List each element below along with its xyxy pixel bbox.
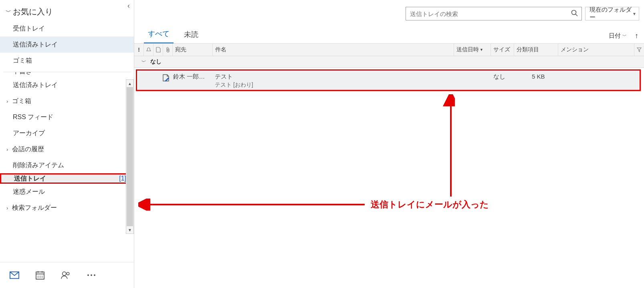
tab-unread[interactable]: 未読 [180, 28, 202, 43]
folder-search-folders[interactable]: › 検索フォルダー [0, 200, 134, 216]
col-subject[interactable]: 件名 [213, 44, 454, 56]
msg-to: 鈴木 一郎… [173, 73, 215, 81]
chevron-right-icon: › [6, 205, 12, 211]
search-box[interactable] [406, 7, 582, 20]
svg-line-14 [575, 14, 577, 16]
col-mention[interactable]: メンション [558, 44, 634, 56]
folder-rss[interactable]: RSS フィード [0, 109, 134, 125]
col-importance-icon[interactable]: ! [134, 44, 144, 56]
svg-point-12 [94, 274, 95, 276]
col-sent[interactable]: 送信日時▼ [454, 44, 491, 56]
draft-message-icon [162, 74, 170, 83]
svg-point-10 [87, 274, 89, 276]
folder-junk[interactable]: 迷惑メール [0, 184, 134, 200]
favorites-heading[interactable]: ﹀ お気に入り [0, 0, 134, 20]
chevron-down-icon: ﹀ [622, 33, 627, 39]
col-categories[interactable]: 分類項目 [514, 44, 558, 56]
folder-trash-fav[interactable]: ゴミ箱 [0, 53, 134, 69]
chevron-down-icon: ﹀ [6, 8, 11, 16]
folder-deleted-items[interactable]: 削除済みアイテム [0, 157, 134, 173]
group-row[interactable]: ﹀ なし [134, 56, 644, 68]
annotation-arrow-up [295, 94, 455, 205]
svg-point-8 [63, 272, 66, 276]
sort-by-button[interactable]: 日付 ﹀ [609, 32, 627, 40]
message-row[interactable]: 鈴木 一郎… テスト テスト [おわり] なし 5 KB [136, 69, 641, 91]
col-reminder-icon[interactable] [144, 44, 153, 56]
column-header: ! 宛先 件名 送信日時▼ サイズ 分類項目 メンション [134, 43, 644, 56]
mail-icon[interactable] [10, 270, 19, 280]
scroll-down-icon[interactable]: ▼ [126, 226, 133, 233]
svg-point-11 [91, 274, 92, 276]
more-icon[interactable] [87, 270, 96, 280]
calendar-icon[interactable] [35, 270, 45, 280]
sidebar-scrollbar[interactable]: ▲ ▼ [126, 79, 134, 234]
folder-conversation-history[interactable]: › 会話の履歴 [0, 141, 134, 157]
folder-drafts[interactable]: 下書き [0, 72, 134, 77]
msg-size: 5 KB [532, 73, 561, 80]
col-filter-icon[interactable] [634, 44, 644, 56]
folder-archive[interactable]: アーカイブ [0, 125, 134, 141]
folder-sent-items[interactable]: 送信済みトレイ [0, 77, 134, 93]
chevron-down-icon: ﹀ [141, 59, 146, 65]
scroll-thumb[interactable] [127, 87, 133, 226]
annotation-arrow-left [138, 199, 371, 211]
col-size[interactable]: サイズ [491, 44, 514, 56]
annotation-text: 送信トレイにメールが入った [371, 199, 489, 211]
folder-sent-items-fav[interactable]: 送信済みトレイ [0, 37, 134, 53]
chevron-right-icon: › [6, 98, 12, 104]
msg-subject: テスト [215, 73, 493, 81]
svg-point-9 [67, 272, 69, 275]
favorites-label: お気に入り [13, 6, 53, 17]
sort-direction-icon[interactable]: ↑ [635, 32, 638, 40]
tab-all[interactable]: すべて [144, 27, 174, 43]
people-icon[interactable] [61, 270, 71, 280]
col-attachment-icon[interactable] [163, 44, 173, 56]
main-pane: 現在のフォルダー ▼ すべて 未読 日付 ﹀ ↑ ! [134, 0, 644, 288]
sidebar: ‹ ﹀ お気に入り 受信トレイ 送信済みトレイ ゴミ箱 下書き 送信済みトレイ [0, 0, 134, 288]
nav-switcher [0, 262, 134, 288]
col-item-icon[interactable] [153, 44, 163, 56]
outbox-count: [1] [119, 175, 126, 182]
msg-sent: なし [493, 73, 532, 81]
folder-inbox[interactable]: 受信トレイ [0, 20, 134, 37]
search-scope-dropdown[interactable]: 現在のフォルダー ▼ [585, 7, 639, 20]
sort-desc-icon: ▼ [480, 48, 483, 52]
scroll-up-icon[interactable]: ▲ [126, 80, 133, 87]
folder-trash[interactable]: › ゴミ箱 [0, 93, 134, 109]
search-scope-label: 現在のフォルダー [589, 6, 632, 21]
group-label: なし [150, 58, 162, 65]
col-to[interactable]: 宛先 [173, 44, 213, 56]
search-icon[interactable] [571, 10, 578, 18]
folder-outbox[interactable]: 送信トレイ [1] [0, 173, 134, 184]
dropdown-icon: ▼ [632, 12, 636, 16]
search-input[interactable] [409, 10, 571, 18]
msg-preview: テスト [おわり] [215, 81, 493, 89]
chevron-right-icon: › [6, 146, 12, 152]
svg-point-13 [572, 10, 576, 14]
